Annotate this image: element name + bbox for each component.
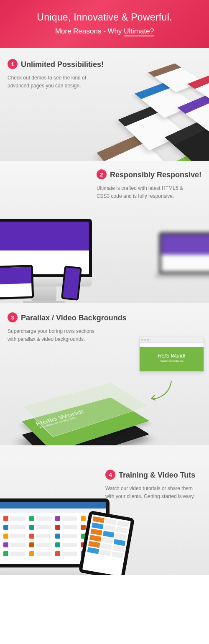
section-number-badge: 4 bbox=[105, 470, 115, 480]
section-title: 4Training & Video Tuts bbox=[105, 470, 201, 480]
laptop-mockup bbox=[155, 232, 209, 286]
phone-mockup bbox=[61, 266, 82, 301]
browser-heading: Hello World! bbox=[140, 353, 204, 359]
section-training: 4Training & Video Tuts Watch our video t… bbox=[0, 445, 209, 575]
section-desc: Ultimate is crafted with latest HTML5 & … bbox=[97, 184, 189, 200]
section-number-badge: 2 bbox=[97, 169, 107, 179]
section-desc: Supercharge your boring rows sections wi… bbox=[8, 327, 99, 343]
section-responsive: 2Responsibly Responsive! Ultimate is cra… bbox=[0, 161, 209, 303]
hero-subtitle: More Reasons - Why Ultimate? bbox=[8, 27, 201, 36]
dashboard-header bbox=[0, 502, 106, 509]
browser-traffic-lights-icon bbox=[140, 337, 204, 343]
hero-highlight: Ultimate? bbox=[124, 27, 154, 36]
parallax-layers: Hello World!Parallax work like this bbox=[17, 374, 155, 445]
section-title: 3Parallax / Video Backgrounds bbox=[8, 313, 201, 323]
browser-subtext: Parallax work like this bbox=[140, 360, 204, 362]
browser-viewport: Hello World! Parallax work like this bbox=[140, 347, 204, 371]
section-number-badge: 3 bbox=[8, 312, 18, 322]
tablet-mockup bbox=[0, 265, 34, 300]
hero-banner: Unique, Innovative & Powerful. More Reas… bbox=[0, 0, 209, 48]
browser-url-bar bbox=[140, 343, 204, 347]
section-parallax: 3Parallax / Video Backgrounds Supercharg… bbox=[0, 303, 209, 445]
browser-mockup: Hello World! Parallax work like this bbox=[139, 337, 204, 372]
hero-title: Unique, Innovative & Powerful. bbox=[8, 12, 201, 23]
section-desc: Watch our video tutorials or share them … bbox=[105, 485, 201, 500]
section-possibilities: 1Unlimited Possibilities! Check out demo… bbox=[0, 48, 209, 161]
section-title: 2Responsibly Responsive! bbox=[97, 170, 201, 180]
section-desc: Check out demos to see the kind of advan… bbox=[8, 74, 99, 89]
section-number-badge: 1 bbox=[8, 59, 18, 69]
